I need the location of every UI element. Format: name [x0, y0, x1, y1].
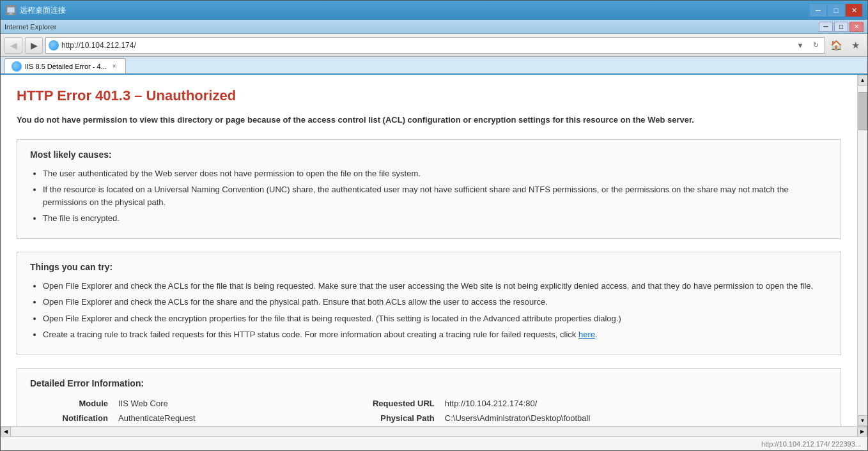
address-search-btn[interactable]: ▼: [794, 39, 807, 52]
notification-value: AuthenticateRequest: [113, 411, 331, 425]
physical-path-label: Physical Path: [357, 411, 440, 425]
svg-rect-0: [7, 7, 15, 13]
tab-bar: IIS 8.5 Detailed Error - 4... ×: [1, 57, 867, 75]
list-item: Create a tracing rule to track failed re…: [43, 328, 828, 341]
error-title: HTTP Error 401.3 – Unauthorized: [17, 88, 841, 104]
requested-url-label: Requested URL: [357, 396, 440, 411]
scroll-down-arrow[interactable]: ▼: [858, 415, 868, 426]
browser-right-btns: 🏠 ★: [828, 37, 864, 54]
address-go-btn[interactable]: ↻: [809, 39, 822, 52]
browser-tab[interactable]: IIS 8.5 Detailed Error - 4... ×: [4, 58, 126, 73]
svg-rect-1: [10, 13, 12, 14]
things-to-try-title: Things you can try:: [30, 262, 828, 272]
list-item: Open File Explorer and check the ACLs fo…: [43, 280, 828, 293]
most-likely-causes-title: Most likely causes:: [30, 149, 828, 160]
vertical-scrollbar: ▲ ▼: [857, 75, 867, 426]
rdp-icon: [6, 6, 15, 15]
inner-title-label: Internet Explorer: [4, 23, 56, 31]
inner-min-btn[interactable]: ─: [819, 22, 833, 32]
list-item: Open File Explorer and check the ACLs fo…: [43, 296, 828, 309]
horizontal-scrollbar: ◀ ▶: [1, 426, 867, 436]
here-link[interactable]: here: [578, 330, 595, 339]
table-row: Module IIS Web Core Requested URL http:/…: [30, 396, 828, 411]
list-item: The user authenticated by the Web server…: [43, 167, 828, 180]
requested-url-value: http://10.104.212.174:80/: [440, 396, 828, 411]
things-to-try-list: Open File Explorer and check the ACLs fo…: [43, 280, 828, 341]
table-row: Notification AuthenticateRequest Physica…: [30, 411, 828, 425]
address-bar: ▼ ↻: [45, 37, 825, 54]
maximize-button[interactable]: □: [828, 4, 844, 17]
tab-icon: [12, 61, 22, 72]
inner-title-bar: Internet Explorer ─ □ ✕: [1, 20, 867, 34]
scroll-track: [858, 86, 867, 415]
favorites-button[interactable]: ★: [847, 37, 864, 54]
detailed-error-section: Detailed Error Information: Module IIS W…: [17, 368, 841, 427]
close-button[interactable]: ✕: [846, 4, 862, 17]
window-icon: [6, 5, 16, 15]
content-wrapper: HTTP Error 401.3 – Unauthorized You do n…: [1, 75, 867, 426]
title-bar-controls: ─ □ ✕: [810, 4, 862, 17]
tab-label: IIS 8.5 Detailed Error - 4...: [25, 63, 107, 70]
list-item: The file is encrypted.: [43, 212, 828, 225]
window: 远程桌面连接 ─ □ ✕ Internet Explorer ─ □ ✕ ◀ ▶…: [0, 0, 868, 451]
physical-path-value: C:\Users\Administrator\Desktop\football: [440, 411, 828, 425]
home-button[interactable]: 🏠: [828, 37, 844, 54]
error-description: You do not have permission to view this …: [17, 114, 841, 126]
inner-max-btn[interactable]: □: [834, 22, 848, 32]
detailed-error-title: Detailed Error Information:: [30, 378, 828, 388]
scroll-up-arrow[interactable]: ▲: [858, 75, 868, 86]
status-bar: http://10.104.212.174/ 222393...: [1, 436, 867, 450]
scroll-track-h: [11, 427, 857, 436]
address-input[interactable]: [61, 41, 791, 50]
address-bar-icon: [49, 40, 59, 50]
back-button[interactable]: ◀: [4, 37, 22, 54]
inner-title-controls: ─ □ ✕: [819, 22, 864, 32]
inner-close-btn[interactable]: ✕: [849, 22, 864, 32]
scroll-left-arrow[interactable]: ◀: [1, 427, 11, 437]
list-item: If the resource is located on a Universa…: [43, 183, 828, 208]
forward-button[interactable]: ▶: [25, 37, 43, 54]
notification-label: Notification: [30, 411, 113, 425]
title-bar: 远程桌面连接 ─ □ ✕: [1, 1, 867, 20]
page-content: HTTP Error 401.3 – Unauthorized You do n…: [1, 75, 857, 426]
most-likely-causes-list: The user authenticated by the Web server…: [43, 167, 828, 225]
scroll-thumb[interactable]: [858, 92, 867, 130]
most-likely-causes-section: Most likely causes: The user authenticat…: [17, 139, 841, 239]
things-to-try-section: Things you can try: Open File Explorer a…: [17, 252, 841, 355]
svg-rect-2: [8, 14, 13, 15]
status-right: http://10.104.212.174/ 222393...: [761, 440, 861, 448]
list-item: Open File Explorer and check the encrypt…: [43, 312, 828, 325]
scroll-right-arrow[interactable]: ▶: [857, 427, 867, 437]
browser-toolbar: ◀ ▶ ▼ ↻ 🏠 ★: [1, 34, 867, 57]
window-title: 远程桌面连接: [20, 5, 66, 16]
module-value: IIS Web Core: [113, 396, 331, 411]
minimize-button[interactable]: ─: [810, 4, 826, 17]
detail-table: Module IIS Web Core Requested URL http:/…: [30, 396, 828, 427]
module-label: Module: [30, 396, 113, 411]
title-bar-left: 远程桌面连接: [6, 5, 66, 16]
tab-close-button[interactable]: ×: [110, 62, 119, 71]
